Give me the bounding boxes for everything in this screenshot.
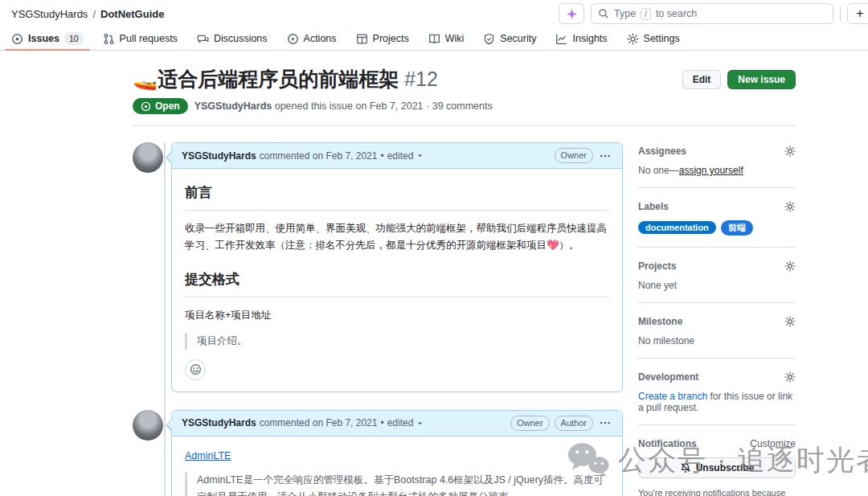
breadcrumb-separator: / [92, 8, 96, 20]
tab-label: Wiki [445, 33, 465, 44]
discussion-icon [197, 33, 209, 45]
avatar[interactable] [133, 410, 163, 441]
comment-1: YSGStudyHards commented on Feb 7, 2021 •… [133, 142, 623, 392]
tab-issues[interactable]: Issues 10 [5, 27, 90, 50]
tab-insights[interactable]: Insights [549, 27, 613, 50]
topbar-divider [840, 6, 841, 22]
copilot-button[interactable] [559, 3, 584, 24]
status-badge-open: Open [133, 98, 188, 114]
chevron-down-icon[interactable] [416, 152, 424, 159]
kebab-menu-icon[interactable] [598, 150, 612, 162]
kebab-menu-icon[interactable] [598, 417, 612, 428]
wiki-icon [428, 33, 440, 45]
issue-number: #12 [404, 68, 438, 90]
tab-discussions[interactable]: Discussions [190, 27, 274, 50]
md-paragraph: 收录一些开箱即用、使用简单、界面美观、功能强大的前端框架，帮助我们后端程序员快速… [185, 220, 609, 253]
new-issue-button[interactable]: New issue [727, 70, 796, 89]
breadcrumb-repo[interactable]: DotNetGuide [100, 8, 164, 20]
slash-keycap: / [641, 8, 651, 20]
actions-icon [287, 33, 299, 45]
milestone-title: Milestone [638, 316, 682, 327]
edit-button[interactable]: Edit [682, 70, 722, 89]
header-divider [133, 125, 796, 126]
top-bar: YSGStudyHards / DotNetGuide Type / [0, 0, 868, 27]
assignees-section: Assignees No one—assign yourself [638, 142, 796, 188]
md-blockquote: AdminLTE是一个完全响应的管理模板。基于Bootstrap 4.6框架以及… [185, 472, 609, 496]
tab-projects[interactable]: Projects [350, 27, 416, 50]
issue-sidebar: Assignees No one—assign yourself Labels … [638, 142, 796, 496]
projects-icon [356, 33, 368, 45]
issue-title-emoji: 🚤 [133, 68, 158, 90]
notifications-section: Notifications Customize Unsubscribe You'… [638, 435, 796, 496]
comment-author[interactable]: YSGStudyHards [182, 417, 256, 428]
label-frontend[interactable]: 前端 [721, 220, 753, 236]
search-icon [598, 8, 609, 19]
add-reaction-button[interactable] [185, 359, 206, 380]
tab-label: Discussions [214, 33, 268, 44]
pull-request-icon [103, 33, 115, 45]
search-placeholder-prefix: Type [614, 8, 636, 19]
tab-security[interactable]: Security [477, 27, 542, 50]
framework-link[interactable]: AdminLTE [185, 450, 231, 461]
md-heading: 提交格式 [185, 268, 609, 297]
development-section: Development Create a branch for this iss… [638, 368, 796, 425]
edited-label[interactable]: edited [387, 150, 414, 162]
search-input[interactable]: Type / to search [591, 3, 833, 24]
tab-settings[interactable]: Settings [620, 27, 686, 50]
create-new-button[interactable]: + [847, 3, 868, 24]
tab-wiki[interactable]: Wiki [422, 27, 471, 50]
notifications-title: Notifications [638, 438, 697, 449]
create-branch-link[interactable]: Create a branch [638, 391, 707, 402]
tab-label: Insights [572, 33, 607, 44]
md-heading: 前言 [185, 182, 609, 211]
insights-graph-icon [555, 33, 567, 45]
breadcrumb-owner[interactable]: YSGStudyHards [11, 8, 88, 20]
tab-label: Settings [644, 33, 680, 44]
owner-badge: Owner [510, 416, 549, 431]
search-placeholder-suffix: to search [656, 8, 697, 19]
tab-label: Actions [304, 33, 337, 44]
assignees-title: Assignees [638, 146, 686, 157]
tab-label: Security [500, 33, 536, 44]
edited-label[interactable]: edited [387, 417, 414, 428]
comment-author[interactable]: YSGStudyHards [182, 150, 256, 162]
owner-badge: Owner [555, 148, 593, 163]
gear-icon[interactable] [784, 146, 796, 157]
comment-meta: commented on Feb 7, 2021 [260, 417, 378, 428]
labels-section: Labels documentation 前端 [638, 198, 796, 248]
gear-icon[interactable] [784, 201, 796, 212]
issue-author[interactable]: YSGStudyHards [194, 100, 272, 112]
label-documentation[interactable]: documentation [638, 221, 716, 234]
comment-body: AdminLTE AdminLTE是一个完全响应的管理模板。基于Bootstra… [172, 437, 622, 496]
settings-gear-icon [627, 33, 639, 45]
md-paragraph: 项目名称+项目地址 [185, 307, 609, 324]
unsubscribe-button[interactable]: Unsubscribe [638, 457, 796, 478]
bell-slash-icon [680, 462, 691, 473]
author-badge: Author [555, 416, 593, 431]
comment-body: 前言 收录一些开箱即用、使用简单、界面美观、功能强大的前端框架，帮助我们后端程序… [172, 169, 622, 391]
comment-meta: commented on Feb 7, 2021 [260, 150, 378, 162]
development-title: Development [638, 371, 698, 383]
projects-section: Projects None yet [638, 257, 796, 303]
gear-icon[interactable] [784, 371, 796, 383]
milestone-empty: No milestone [638, 335, 694, 346]
tab-label: Projects [373, 33, 409, 44]
comment-header: YSGStudyHards commented on Feb 7, 2021 •… [172, 411, 622, 437]
tab-pull-requests[interactable]: Pull requests [96, 27, 184, 50]
conversation-thread: YSGStudyHards commented on Feb 7, 2021 •… [133, 142, 623, 496]
plus-icon: + [856, 6, 863, 21]
notifications-caption: You're receiving notifications because y… [638, 486, 796, 496]
chevron-down-icon[interactable] [416, 420, 424, 427]
md-blockquote: 项目介绍。 [185, 333, 609, 350]
customize-link[interactable]: Customize [750, 438, 796, 449]
gear-icon[interactable] [784, 316, 796, 327]
issue-opened-meta: YSGStudyHards opened this issue on Feb 7… [194, 100, 493, 112]
tab-actions[interactable]: Actions [280, 27, 343, 50]
breadcrumb: YSGStudyHards / DotNetGuide [11, 8, 164, 20]
labels-title: Labels [638, 201, 669, 212]
avatar[interactable] [133, 142, 163, 173]
assignees-empty: No one— [638, 165, 679, 176]
gear-icon[interactable] [784, 260, 796, 272]
assign-yourself-link[interactable]: assign yourself [679, 165, 743, 176]
copilot-icon [566, 8, 578, 20]
